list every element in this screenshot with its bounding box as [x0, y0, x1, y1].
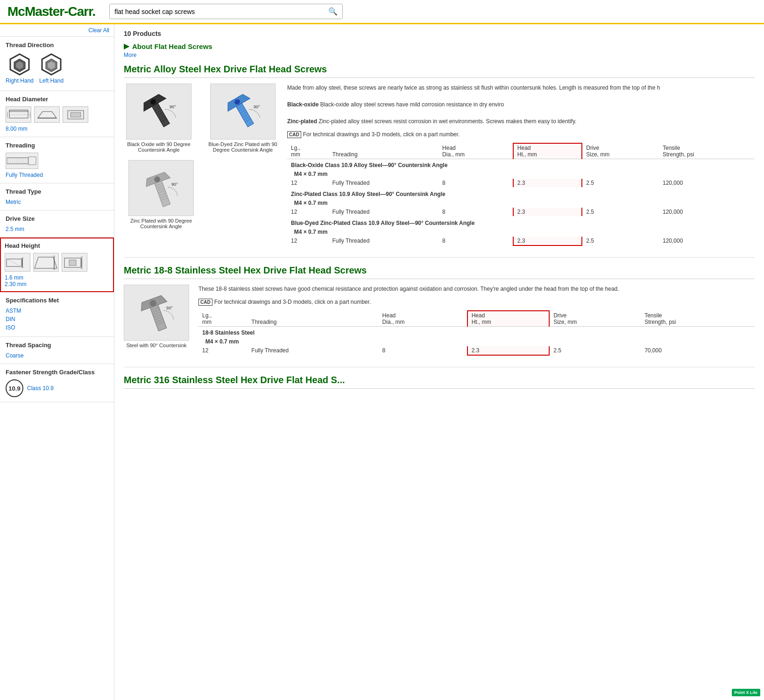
group2-header: Zinc-Plated Class 10.9 Alloy Steel—90° C… [287, 187, 755, 198]
steel-screw-svg: 90° [126, 287, 187, 338]
svg-rect-44 [152, 103, 170, 127]
section2-cad-note: CAD For technical drawings and 3-D model… [198, 299, 755, 306]
head-height-svg-2 [34, 253, 59, 272]
table-row: M4 × 0.7 mm [287, 198, 755, 208]
td2-head-ht: 2.3 [467, 346, 549, 355]
threading-value[interactable]: Fully Threaded [6, 172, 108, 178]
table-row: M4 × 0.7 mm [287, 169, 755, 179]
group3-header: Blue-Dyed Zinc-Plated Class 10.9 Alloy S… [287, 216, 755, 227]
blue-zinc-img-item: 90° Blue-Dyed Zinc Plated with 90 Degree… [208, 84, 278, 153]
steel-img-box: 90° [124, 285, 189, 341]
group1-header: Black-Oxide Class 10.9 Alloy Steel—90° C… [287, 159, 755, 170]
thread-type-value[interactable]: Metric [6, 199, 108, 205]
grade-circle[interactable]: 10.9 [6, 379, 23, 397]
td2-lg: 12 [198, 346, 248, 355]
td-lg: 12 [287, 208, 329, 216]
spec-din[interactable]: DIN [6, 316, 108, 322]
td-tensile: 120,000 [659, 237, 755, 245]
table-row: 12 Fully Threaded 8 2.3 2.5 120,000 [287, 237, 755, 245]
td-drive-size: 2.5 [582, 208, 659, 216]
hex-svg-left [39, 52, 64, 77]
section2-cad-text: For technical drawings and 3-D models, c… [214, 299, 371, 305]
head-diameter-value[interactable]: 8.00 mm [6, 126, 108, 132]
head-height-img-3 [62, 253, 87, 272]
about-title[interactable]: ▶ About Flat Head Screws [124, 42, 755, 50]
table-row: 12 Fully Threaded 8 2.3 2.5 70,000 [198, 346, 755, 355]
section-divider-2 [124, 367, 755, 367]
table-row: Zinc-Plated Class 10.9 Alloy Steel—90° C… [287, 187, 755, 198]
table-row: M4 × 0.7 mm [198, 337, 755, 346]
section1-content: 90° Black Oxide with 90 Degree Countersi… [124, 84, 755, 246]
hex-svg-right [7, 52, 32, 77]
table-row: 18-8 Stainless Steel [198, 327, 755, 337]
group1-subheader: M4 × 0.7 mm [287, 169, 755, 179]
head-height-images [5, 253, 109, 272]
threading-img [6, 153, 38, 169]
left-hand-option[interactable]: Left Hand [39, 52, 64, 84]
th-drive-size: DriveSize, mm [582, 143, 659, 159]
td-head-dia: 8 [439, 237, 513, 245]
td-tensile: 120,000 [659, 179, 755, 187]
svg-text:90°: 90° [166, 306, 173, 310]
td-head-ht: 2.3 [513, 179, 582, 187]
table-header-row: Lg.,mm Threading HeadDia., mm HeadHt., m… [287, 143, 755, 159]
section2-images-col: 90° Steel with 90° Countersink [124, 285, 189, 356]
drive-size-value[interactable]: 2.5 mm [6, 226, 108, 232]
zinc-plated-img-item: 90° Zinc Plated with 90 Degree Countersi… [124, 160, 198, 229]
about-more-link[interactable]: More [124, 52, 755, 58]
clear-all-link[interactable]: Clear All [0, 24, 114, 37]
head-dia-img-2 [34, 106, 60, 123]
products-count: 10 Products [124, 30, 755, 37]
svg-text:90°: 90° [254, 105, 260, 109]
spec-astm[interactable]: ASTM [6, 308, 108, 314]
blue-zinc-caption: Blue-Dyed Zinc Plated with 90 Degree Cou… [208, 141, 278, 153]
search-input[interactable] [110, 5, 324, 18]
search-button[interactable]: 🔍 [324, 4, 342, 19]
thread-spacing-value[interactable]: Coarse [6, 352, 108, 359]
section-divider-1 [124, 257, 755, 258]
right-hand-option[interactable]: Right Hand [6, 52, 34, 84]
black-oxide-caption: Black Oxide with 90 Degree Countersink A… [124, 141, 194, 153]
svg-text:90°: 90° [170, 105, 176, 109]
th2-drive-size: DriveSize, mm [549, 311, 641, 327]
td-threading: Fully Threaded [329, 208, 439, 216]
blue-zinc-screw-svg: 90° [212, 86, 273, 137]
sidebar: Clear All Thread Direction Right Hand [0, 24, 114, 700]
head-diameter-section: Head Diameter [0, 91, 114, 137]
left-hand-icon [39, 52, 64, 77]
section1-desc-black-label: Black-oxide [287, 101, 318, 108]
section3-title: Metric 316 Stainless Steel Hex Drive Fla… [124, 375, 755, 389]
section1-table: Lg.,mm Threading HeadDia., mm HeadHt., m… [287, 143, 755, 246]
head-height-img-2 [33, 253, 59, 272]
logo[interactable]: McMaster-Carr. [7, 4, 95, 19]
thread-spacing-section: Thread Spacing Coarse [0, 337, 114, 364]
spec-iso[interactable]: ISO [6, 324, 108, 331]
td-threading: Fully Threaded [329, 237, 439, 245]
thread-direction-options: Right Hand Left Hand [6, 52, 108, 84]
section1-cad-text: For technical drawings and 3-D models, c… [303, 131, 460, 138]
head-height-value-2[interactable]: 2.30 mm [5, 281, 109, 287]
head-dia-img-1 [6, 106, 31, 123]
specifications-title: Specifications Met [6, 297, 108, 304]
content-area: 10 Products ▶ About Flat Head Screws Mor… [114, 24, 764, 700]
grade-label[interactable]: Class 10.9 [27, 385, 54, 392]
svg-rect-39 [69, 260, 76, 266]
head-height-title: Head Height [5, 242, 109, 249]
td-drive-size: 2.5 [582, 237, 659, 245]
th2-head-dia: HeadDia., mm [379, 311, 467, 327]
section2-description: These 18-8 stainless steel screws have g… [198, 285, 755, 293]
head-height-value-1[interactable]: 1.6 mm [5, 274, 109, 281]
td-lg: 12 [287, 179, 329, 187]
section1-images: 90° Black Oxide with 90 Degree Countersi… [124, 84, 278, 153]
head-height-img-1 [5, 253, 30, 272]
section2-table: Lg.,mm Threading HeadDia., mm HeadHt., m… [198, 310, 755, 356]
black-oxide-screw-svg: 90° [128, 86, 189, 137]
strength-grade-container: 10.9 Class 10.9 [6, 379, 108, 397]
threading-section: Threading [0, 137, 114, 183]
table-row: 12 Fully Threaded 8 2.3 2.5 120,000 [287, 179, 755, 187]
zinc-plated-caption: Zinc Plated with 90 Degree Countersink A… [126, 218, 196, 229]
right-hand-icon [7, 52, 32, 77]
section2-content: 90° Steel with 90° Countersink These 18-… [124, 285, 755, 356]
td2-drive-size: 2.5 [549, 346, 641, 355]
td-head-dia: 8 [439, 208, 513, 216]
